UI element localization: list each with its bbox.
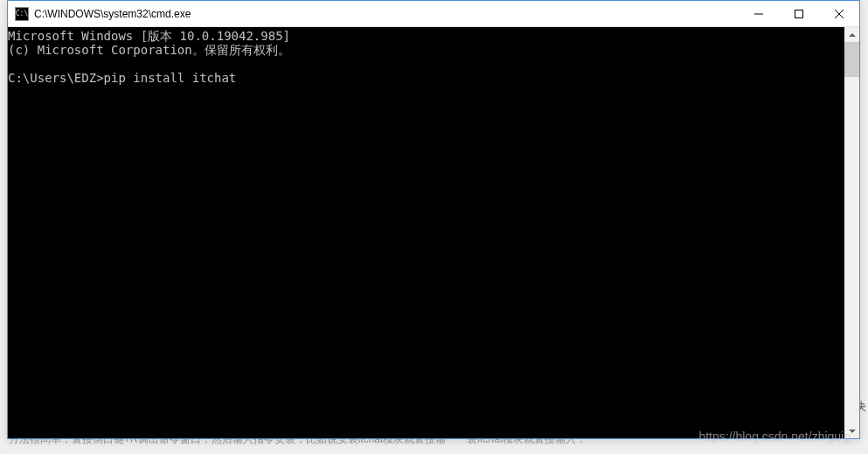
terminal-line-version: Microsoft Windows [版本 10.0.19042.985] (8, 29, 844, 43)
scroll-down-button[interactable] (844, 423, 859, 438)
svg-rect-1 (795, 10, 803, 17)
cmd-window: C:\ C:\WINDOWS\system32\cmd.exe Microsof… (7, 0, 860, 439)
window-controls (739, 1, 859, 26)
close-button[interactable] (819, 1, 859, 26)
vertical-scrollbar[interactable] (844, 27, 859, 438)
scroll-up-button[interactable] (844, 27, 859, 42)
terminal-area: Microsoft Windows [版本 10.0.19042.985](c)… (8, 27, 859, 438)
scroll-thumb[interactable] (844, 42, 859, 77)
maximize-button[interactable] (779, 1, 819, 26)
terminal-command: pip install itchat (104, 71, 237, 85)
minimize-button[interactable] (739, 1, 779, 26)
terminal-prompt-line: C:\Users\EDZ>pip install itchat (8, 71, 844, 85)
close-icon (835, 10, 844, 18)
terminal-content[interactable]: Microsoft Windows [版本 10.0.19042.985](c)… (8, 27, 844, 438)
chevron-down-icon (849, 430, 856, 433)
cmd-icon: C:\ (15, 7, 29, 21)
scroll-track[interactable] (844, 42, 859, 423)
window-title: C:\WINDOWS\system32\cmd.exe (34, 8, 739, 20)
title-bar[interactable]: C:\ C:\WINDOWS\system32\cmd.exe (8, 1, 859, 27)
minimize-icon (754, 10, 763, 18)
terminal-line-blank (8, 57, 844, 71)
svg-marker-4 (849, 33, 856, 37)
terminal-prompt: C:\Users\EDZ> (8, 71, 104, 85)
svg-marker-5 (849, 430, 856, 433)
maximize-icon (795, 10, 803, 18)
chevron-up-icon (849, 33, 856, 37)
terminal-line-copyright: (c) Microsoft Corporation。保留所有权利。 (8, 43, 844, 57)
